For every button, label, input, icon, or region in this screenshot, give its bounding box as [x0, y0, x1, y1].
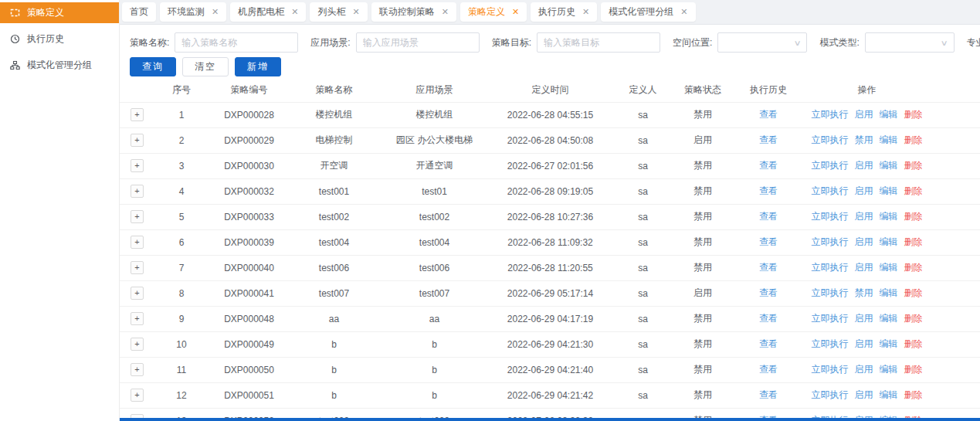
view-link[interactable]: 查看: [759, 364, 778, 375]
execute-now-link[interactable]: 立即执行: [812, 312, 849, 325]
delete-link[interactable]: 删除: [904, 134, 923, 147]
mode-type-select[interactable]: ∨: [865, 32, 955, 53]
edit-link[interactable]: 编辑: [880, 287, 898, 300]
delete-link[interactable]: 删除: [904, 210, 923, 223]
expand-button[interactable]: +: [131, 159, 144, 172]
execute-now-link[interactable]: 立即执行: [812, 108, 849, 121]
space-location-select[interactable]: ∨: [717, 32, 807, 53]
tab-close-icon[interactable]: ✕: [582, 8, 589, 16]
edit-link[interactable]: 编辑: [880, 236, 898, 249]
edit-link[interactable]: 编辑: [880, 261, 898, 274]
edit-link[interactable]: 编辑: [880, 363, 898, 376]
delete-link[interactable]: 删除: [904, 312, 923, 325]
sidebar-item-strategy-definition[interactable]: 策略定义: [0, 2, 119, 23]
tab-close-icon[interactable]: ✕: [512, 8, 519, 16]
expand-button[interactable]: +: [131, 312, 144, 325]
application-scene-input[interactable]: [356, 32, 480, 53]
tab-close-icon[interactable]: ✕: [680, 8, 687, 16]
view-link[interactable]: 查看: [759, 338, 778, 349]
tab-close-icon[interactable]: ✕: [442, 8, 449, 16]
delete-link[interactable]: 删除: [904, 389, 923, 402]
expand-button[interactable]: +: [131, 185, 144, 198]
toggle-enable-link[interactable]: 启用: [855, 236, 873, 249]
view-link[interactable]: 查看: [759, 287, 778, 298]
execute-now-link[interactable]: 立即执行: [812, 185, 849, 198]
toggle-enable-link[interactable]: 启用: [855, 312, 873, 325]
toggle-enable-link[interactable]: 启用: [855, 389, 873, 402]
delete-link[interactable]: 删除: [904, 159, 923, 172]
delete-link[interactable]: 删除: [904, 363, 923, 376]
toggle-enable-link[interactable]: 禁用: [855, 287, 873, 300]
clear-button[interactable]: 清空: [182, 57, 229, 76]
tab[interactable]: 首页 ✕: [122, 2, 156, 22]
query-button[interactable]: 查询: [130, 57, 176, 76]
tab[interactable]: 机房配电柜 ✕: [230, 2, 306, 22]
execute-now-link[interactable]: 立即执行: [812, 159, 849, 172]
toggle-enable-link[interactable]: 启用: [855, 363, 873, 376]
tab[interactable]: 模式化管理分组 ✕: [601, 2, 695, 22]
tab[interactable]: 策略定义 ✕: [460, 2, 527, 22]
strategy-name-input[interactable]: [175, 32, 298, 53]
filter-major: 专业: ∨: [967, 32, 980, 53]
tab[interactable]: 联动控制策略 ✕: [371, 2, 456, 22]
execute-now-link[interactable]: 立即执行: [812, 287, 849, 300]
execute-now-link[interactable]: 立即执行: [812, 236, 849, 249]
execute-now-link[interactable]: 立即执行: [812, 363, 849, 376]
expand-button[interactable]: +: [131, 261, 144, 274]
edit-link[interactable]: 编辑: [880, 389, 898, 402]
execute-now-link[interactable]: 立即执行: [812, 134, 849, 147]
toggle-enable-link[interactable]: 启用: [855, 185, 873, 198]
expand-button[interactable]: +: [131, 287, 144, 300]
strategy-target-input[interactable]: [537, 32, 660, 53]
toggle-enable-link[interactable]: 启用: [855, 210, 873, 223]
tab-close-icon[interactable]: ✕: [291, 8, 298, 16]
toggle-enable-link[interactable]: 启用: [855, 108, 873, 121]
view-link[interactable]: 查看: [759, 389, 778, 400]
expand-button[interactable]: +: [131, 338, 144, 351]
edit-link[interactable]: 编辑: [880, 210, 898, 223]
horizontal-scrollbar[interactable]: [120, 418, 980, 421]
expand-button[interactable]: +: [131, 363, 144, 376]
edit-link[interactable]: 编辑: [880, 338, 898, 351]
execute-now-link[interactable]: 立即执行: [812, 338, 849, 351]
view-link[interactable]: 查看: [759, 134, 778, 145]
view-link[interactable]: 查看: [759, 211, 778, 222]
execute-now-link[interactable]: 立即执行: [812, 210, 849, 223]
edit-link[interactable]: 编辑: [880, 312, 898, 325]
toggle-enable-link[interactable]: 启用: [855, 261, 873, 274]
expand-button[interactable]: +: [131, 134, 144, 147]
tab[interactable]: 执行历史 ✕: [531, 2, 597, 22]
edit-link[interactable]: 编辑: [880, 108, 898, 121]
edit-link[interactable]: 编辑: [880, 159, 898, 172]
expand-button[interactable]: +: [131, 108, 144, 121]
delete-link[interactable]: 删除: [904, 236, 923, 249]
execute-now-link[interactable]: 立即执行: [812, 389, 849, 402]
tab-close-icon[interactable]: ✕: [352, 8, 359, 16]
edit-link[interactable]: 编辑: [880, 134, 898, 147]
tab[interactable]: 环境监测 ✕: [160, 2, 226, 22]
sidebar-item-pattern-management-group[interactable]: 模式化管理分组: [0, 55, 119, 76]
expand-button[interactable]: +: [131, 389, 144, 402]
tab[interactable]: 列头柜 ✕: [310, 2, 367, 22]
delete-link[interactable]: 删除: [904, 287, 923, 300]
edit-link[interactable]: 编辑: [880, 185, 898, 198]
expand-button[interactable]: +: [131, 210, 144, 223]
tab-close-icon[interactable]: ✕: [212, 8, 219, 16]
view-link[interactable]: 查看: [759, 313, 778, 324]
expand-button[interactable]: +: [131, 236, 144, 249]
add-button[interactable]: 新增: [235, 57, 281, 76]
view-link[interactable]: 查看: [759, 160, 778, 171]
delete-link[interactable]: 删除: [904, 185, 923, 198]
execute-now-link[interactable]: 立即执行: [812, 261, 849, 274]
toggle-enable-link[interactable]: 启用: [855, 338, 873, 351]
toggle-enable-link[interactable]: 启用: [855, 159, 873, 172]
delete-link[interactable]: 删除: [904, 261, 923, 274]
view-link[interactable]: 查看: [759, 109, 778, 120]
delete-link[interactable]: 删除: [904, 108, 923, 121]
toggle-enable-link[interactable]: 禁用: [855, 134, 873, 147]
view-link[interactable]: 查看: [759, 236, 778, 247]
sidebar-item-execution-history[interactable]: 执行历史: [0, 29, 119, 49]
view-link[interactable]: 查看: [759, 185, 778, 196]
view-link[interactable]: 查看: [759, 262, 778, 273]
delete-link[interactable]: 删除: [904, 338, 923, 351]
